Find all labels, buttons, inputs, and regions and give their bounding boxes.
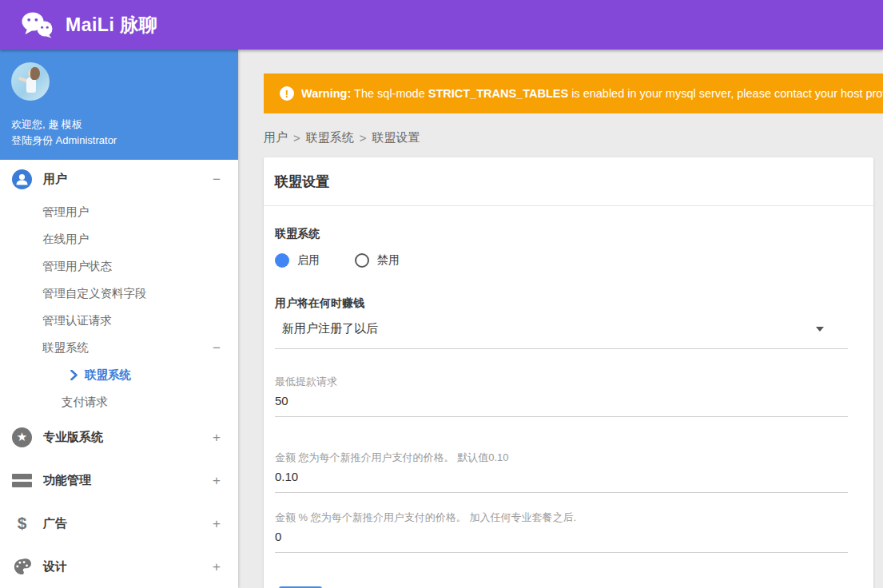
sidebar-item-online-users[interactable]: 在线用户 [0, 225, 238, 252]
exclamation-circle-icon: ! [280, 86, 294, 101]
min-withdrawal-label: 最低提款请求 [275, 375, 848, 389]
min-withdrawal-input[interactable] [275, 394, 848, 417]
affiliate-system-label: 联盟系统 [275, 227, 859, 241]
sidebar-item-manage-user-status[interactable]: 管理用户状态 [0, 252, 238, 280]
breadcrumb-separator: > [293, 131, 300, 145]
palette-icon [12, 557, 32, 577]
breadcrumb-users[interactable]: 用户 [264, 130, 288, 145]
radio-disable[interactable]: 禁用 [355, 253, 400, 268]
collapse-minus-icon[interactable]: − [213, 173, 221, 186]
referral-amount-input[interactable] [275, 470, 848, 493]
sidebar-item-payment-requests[interactable]: 支付请求 [0, 388, 238, 415]
min-withdrawal-field: 最低提款请求 [275, 375, 848, 417]
sidebar-item-affiliates-group[interactable]: 联盟系统 − [0, 334, 238, 361]
radio-checked-icon[interactable] [275, 253, 289, 268]
main-content: ! Warning: The sql-mode STRICT_TRANS_TAB… [238, 50, 883, 588]
breadcrumb-affiliates[interactable]: 联盟系统 [306, 130, 354, 145]
breadcrumb: 用户 > 联盟系统 > 联盟设置 [264, 130, 883, 145]
referral-percent-label: 金额 % 您为每个新推介用户支付的价格。 加入任何专业套餐之后. [275, 511, 848, 525]
earn-when-value: 新用户注册了以后 [282, 321, 378, 336]
sidebar-item-affiliates-settings-active[interactable]: 联盟系统 [0, 361, 238, 388]
brand-title: MaiLi 脉聊 [66, 13, 157, 38]
referral-amount-label: 金额 您为每个新推介用户支付的价格。 默认值0.10 [275, 451, 848, 465]
radio-unchecked-icon[interactable] [355, 253, 369, 268]
sidebar-menu: 用户 − 管理用户 在线用户 管理用户状态 管理自定义资料字段 管理认证请求 联… [0, 160, 238, 588]
sidebar-item-pro-system[interactable]: ★ 专业版系统 + [0, 415, 238, 459]
sidebar-item-manage-verification[interactable]: 管理认证请求 [0, 307, 238, 334]
earn-when-select[interactable]: 新用户注册了以后 [275, 321, 848, 349]
warning-text: Warning: The sql-mode STRICT_TRANS_TABLE… [301, 87, 883, 100]
expand-plus-icon[interactable]: + [213, 517, 221, 530]
expand-plus-icon[interactable]: + [213, 431, 221, 444]
user-avatar[interactable] [11, 62, 50, 101]
chevron-down-icon [816, 327, 824, 332]
bars-icon [12, 471, 32, 491]
sidebar-item-ads[interactable]: $ 广告 + [0, 502, 238, 545]
earn-when-label: 用户将在何时赚钱 [275, 296, 859, 311]
affiliate-system-radio-group: 启用 禁用 [275, 253, 859, 268]
breadcrumb-affiliate-settings: 联盟设置 [372, 130, 420, 145]
referral-amount-field: 金额 您为每个新推介用户支付的价格。 默认值0.10 [275, 451, 848, 493]
user-icon [12, 169, 32, 189]
sidebar-item-features[interactable]: 功能管理 + [0, 459, 238, 502]
warning-banner: ! Warning: The sql-mode STRICT_TRANS_TAB… [264, 74, 883, 113]
chevron-right-icon [70, 370, 78, 380]
collapse-minus-icon[interactable]: − [213, 341, 221, 355]
referral-percent-field: 金额 % 您为每个新推介用户支付的价格。 加入任何专业套餐之后. [275, 511, 848, 553]
sidebar-item-design[interactable]: 设计 + [0, 545, 238, 588]
sidebar: 欢迎您, 趣 模板 登陆身份 Administrator 用户 − 管理用户 在… [0, 50, 238, 588]
brand-logo[interactable]: MaiLi 脉聊 [21, 11, 157, 38]
role-text: 登陆身份 Administrator [11, 133, 225, 149]
sidebar-item-manage-custom-fields[interactable]: 管理自定义资料字段 [0, 280, 238, 307]
star-icon: ★ [12, 427, 32, 447]
welcome-text: 欢迎您, 趣 模板 [11, 117, 225, 133]
radio-enable[interactable]: 启用 [275, 253, 320, 268]
top-header-bar: MaiLi 脉聊 [0, 0, 883, 50]
affiliate-settings-card: 联盟设置 联盟系统 启用 禁用 用户将在何时赚钱 新用户注册了以后 [264, 157, 873, 588]
wechat-logo-icon [21, 11, 54, 38]
referral-percent-input[interactable] [275, 530, 848, 553]
sidebar-item-users[interactable]: 用户 − [0, 160, 238, 198]
sidebar-profile-panel: 欢迎您, 趣 模板 登陆身份 Administrator [0, 50, 238, 160]
breadcrumb-separator: > [360, 131, 367, 145]
expand-plus-icon[interactable]: + [213, 474, 221, 487]
sidebar-item-manage-users[interactable]: 管理用户 [0, 198, 238, 225]
sidebar-item-label: 用户 [43, 172, 67, 187]
expand-plus-icon[interactable]: + [213, 560, 221, 574]
card-title: 联盟设置 [264, 157, 873, 206]
dollar-icon: $ [12, 514, 32, 533]
